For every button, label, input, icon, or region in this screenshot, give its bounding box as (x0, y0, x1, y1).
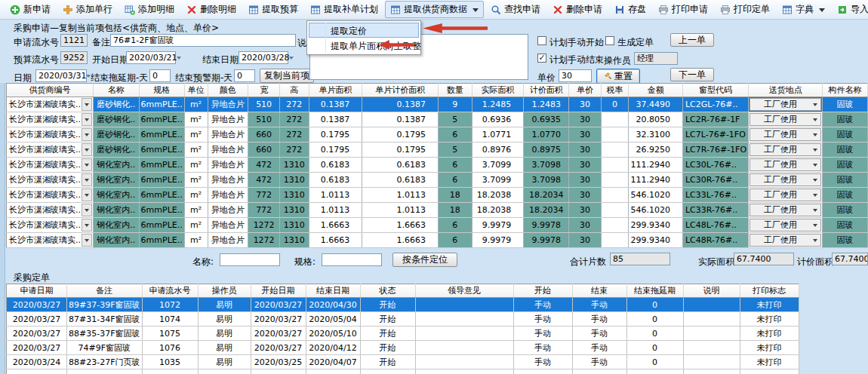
table-row[interactable]: 长沙市潇湘玻璃实..钢化室内..6mmPLE..m²异地合片47213100.6… (7, 158, 868, 173)
budget-no-field[interactable]: 9252 (60, 51, 88, 64)
filter-spec-input[interactable] (322, 253, 382, 266)
table-row[interactable]: 长沙市潇湘玻璃实..磨砂钢化..6mmPLE..m²异地合片6602720.17… (7, 143, 868, 158)
column-header[interactable]: 规格 (139, 84, 184, 97)
column-header[interactable]: 状态 (360, 284, 415, 298)
previous-order-button[interactable]: 上一单 (670, 33, 714, 47)
delivery-location-dropdown[interactable]: 工厂使用 (749, 218, 823, 233)
chevron-down-icon[interactable] (82, 128, 92, 141)
locate-by-condition-button[interactable]: 按条件定位 (392, 253, 457, 267)
toolbar-button-extract-supplier-data[interactable]: 提取供货商数据 (385, 1, 484, 18)
column-header[interactable]: 宽 (248, 84, 280, 97)
supplier-cell[interactable]: 长沙市潇湘玻璃实.. (7, 233, 94, 248)
column-header[interactable]: 构件名称 (823, 84, 868, 97)
column-header[interactable]: 开始日期 (251, 284, 306, 298)
column-header[interactable]: 单片面积 (309, 84, 362, 97)
delivery-location-dropdown[interactable]: 工厂使用 (749, 97, 823, 112)
toolbar-button-dictionary[interactable]: 字典 (777, 1, 830, 18)
chevron-down-icon[interactable] (82, 189, 92, 201)
table-row[interactable]: 长沙市潇湘玻璃实..钢化室内..6mmPLE..m²异地合片77213101.0… (7, 203, 868, 218)
chevron-down-icon[interactable] (472, 8, 479, 15)
table-row[interactable]: 长沙市潇湘玻璃实..钢化室内..6mmPLE..m²异地合片77213101.0… (7, 188, 868, 203)
delivery-location-dropdown[interactable]: 工厂使用 (749, 143, 823, 158)
column-header[interactable]: 计价面积 (524, 84, 569, 97)
toolbar-button-save[interactable]: 存盘 (609, 1, 651, 18)
plan-manual-start-checkbox[interactable] (537, 36, 546, 45)
supplier-cell[interactable]: 长沙市潇湘玻璃实.. (7, 127, 94, 143)
column-header[interactable]: 领导意见 (415, 284, 513, 298)
generate-order-checkbox[interactable] (605, 36, 614, 45)
supplier-cell[interactable]: 长沙市潇湘玻璃实.. (7, 203, 94, 218)
column-header[interactable]: 单片计价面积 (362, 84, 439, 97)
column-header[interactable]: 打印标志 (740, 284, 799, 298)
request-no-field[interactable]: 1121 (60, 34, 88, 47)
toolbar-button-import-data[interactable]: 导入数据 (832, 1, 868, 18)
supplier-cell[interactable]: 长沙市潇湘玻璃实.. (7, 188, 94, 203)
column-header[interactable]: 税率 (601, 84, 629, 97)
column-header[interactable]: 说明 (683, 284, 740, 298)
column-header[interactable]: 单位 (184, 84, 208, 97)
supplier-cell[interactable]: 长沙市潇湘玻璃实.. (7, 112, 94, 127)
toolbar-button-print-request[interactable]: 打印申请 (653, 1, 713, 18)
reset-button[interactable]: 重置 (596, 69, 640, 84)
toolbar-button-extract-supplement-plan[interactable]: 提取补单计划 (305, 1, 383, 18)
column-header[interactable]: 备注 (67, 284, 143, 298)
delivery-location-dropdown[interactable]: 工厂使用 (749, 112, 823, 127)
delivery-location-dropdown[interactable]: 工厂使用 (749, 127, 823, 143)
chevron-down-icon[interactable] (82, 219, 92, 231)
supplier-cell[interactable]: 长沙市潇湘玻璃实.. (7, 143, 94, 158)
toolbar-button-delete-request[interactable]: 删除申请 (547, 1, 608, 18)
column-header[interactable]: 高 (280, 84, 309, 97)
table-row[interactable]: 2020/03/2774#9F窗固玻1076易明2020/03/272020/0… (7, 341, 799, 355)
menu-item[interactable]: 提取定价 (309, 23, 419, 38)
chevron-down-icon[interactable] (82, 143, 92, 156)
table-row[interactable] (7, 369, 799, 374)
chevron-down-icon[interactable] (82, 234, 92, 247)
column-header[interactable]: 数量 (439, 84, 472, 97)
remark-field[interactable]: 76#1-2F窗固玻 (110, 34, 296, 47)
filter-name-input[interactable] (220, 253, 280, 266)
column-header[interactable]: 颜色 (208, 84, 248, 97)
column-header[interactable]: 名称 (94, 84, 140, 97)
end-date-picker[interactable]: 2020/03/28 (239, 51, 288, 64)
delivery-location-dropdown[interactable]: 工厂使用 (749, 203, 823, 218)
supplier-cell[interactable]: 长沙市潇湘玻璃实.. (7, 173, 94, 188)
supplier-cell[interactable]: 长沙市潇湘玻璃实.. (7, 218, 94, 233)
column-header[interactable]: 送货地点 (749, 84, 823, 97)
column-header[interactable]: 供货商编号 (7, 84, 94, 97)
column-header[interactable]: 结束日期 (306, 284, 360, 298)
table-row[interactable]: 长沙市潇湘玻璃实..磨砂钢化..6mmPLE..m²异地合片5102720.13… (7, 97, 868, 112)
delivery-location-dropdown[interactable]: 工厂使用 (749, 158, 823, 173)
operator-field[interactable]: 经理 (634, 52, 678, 65)
table-row[interactable]: 2020/03/2788#35-37F窗固玻1075易明2020/03/2720… (7, 326, 799, 341)
plan-manual-end-checkbox[interactable] (537, 54, 546, 63)
delivery-location-dropdown[interactable]: 工厂使用 (749, 173, 823, 188)
toolbar-button-add-detail[interactable]: 添加明细 (119, 1, 180, 18)
table-row[interactable]: 长沙市潇湘玻璃实..钢化室内..6mmPLE..m²异地合片127213101.… (7, 218, 868, 233)
chevron-down-icon[interactable] (82, 98, 92, 111)
table-row[interactable]: 长沙市潇湘玻璃实..钢化室内..6mmPLE..m²异地合片127213101.… (7, 233, 868, 248)
copy-current-button[interactable]: 复制当前项 (260, 69, 314, 83)
start-date-picker[interactable]: 2020/03/21 (126, 51, 176, 64)
warn-days-field[interactable]: 0 (234, 69, 255, 82)
delay-days-field[interactable]: 0 (149, 69, 171, 82)
column-header[interactable]: 实际面积 (472, 84, 524, 97)
date-picker[interactable]: 2020/03/31 (35, 69, 87, 82)
column-header[interactable]: 金额 (629, 84, 683, 97)
toolbar-button-extract-budget[interactable]: 提取预算 (243, 1, 303, 18)
column-header[interactable]: 申请日期 (7, 284, 67, 298)
table-row[interactable]: 2020/03/2789#37-39F窗固玻1072易明2020/03/2720… (7, 298, 799, 312)
chevron-down-icon[interactable] (82, 173, 92, 186)
delivery-location-dropdown[interactable]: 工厂使用 (749, 233, 823, 248)
chevron-down-icon[interactable] (819, 8, 825, 15)
toolbar-button-delete-detail[interactable]: 删除明细 (181, 1, 242, 18)
chevron-down-icon[interactable] (82, 113, 92, 126)
column-header[interactable]: 窗型代码 (682, 84, 748, 97)
table-row[interactable]: 长沙市潇湘玻璃实..磨砂钢化..6mmPLE..m²异地合片5102720.13… (7, 112, 868, 127)
supplier-cell[interactable]: 长沙市潇湘玻璃实.. (7, 97, 94, 112)
column-header[interactable]: 结束拖延期 (626, 284, 683, 298)
delivery-location-dropdown[interactable]: 工厂使用 (749, 188, 823, 203)
unit-price-field[interactable]: 30 (559, 69, 592, 82)
toolbar-button-add-row[interactable]: 添加单行 (57, 1, 118, 18)
chevron-down-icon[interactable] (82, 158, 92, 171)
toolbar-button-search-request[interactable]: 查找申请 (485, 1, 546, 18)
